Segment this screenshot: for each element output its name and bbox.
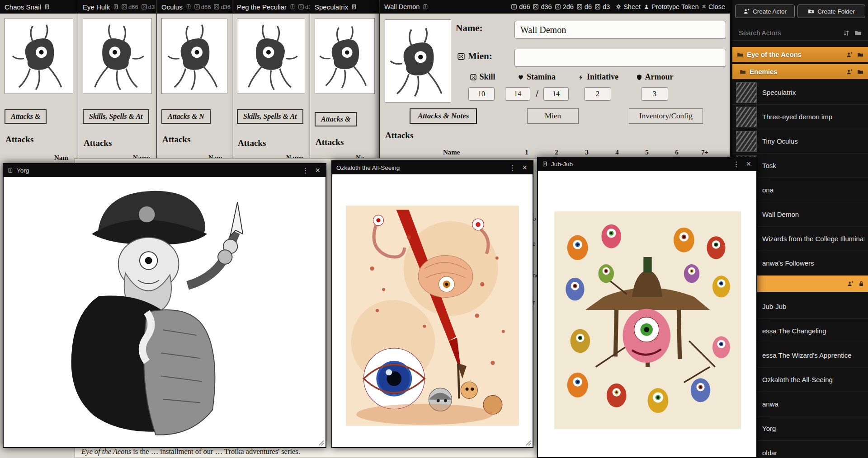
die-icon[interactable]	[458, 53, 465, 60]
sheet-doc-icon[interactable]	[113, 4, 118, 9]
shield-icon	[636, 74, 642, 80]
journal-text-line: Eye of the Aeons is the … installment of…	[81, 447, 300, 456]
create-folder-button[interactable]: Create Folder	[797, 5, 865, 18]
die-icon	[511, 4, 517, 9]
window-titlebar[interactable]: Eye Hulk d66 d3	[78, 0, 156, 14]
tab-skills-spells[interactable]: Skills, Spells & At	[237, 109, 303, 124]
user-plus-icon	[743, 8, 750, 14]
user-plus-icon[interactable]	[847, 280, 854, 287]
tab-attacks-notes[interactable]: Attacks & N	[161, 109, 211, 124]
resize-handle[interactable]	[525, 439, 531, 446]
actor-row-tiny-oculus[interactable]: Tiny Oculus	[732, 129, 868, 154]
roll-d3-button[interactable]: d3	[142, 4, 155, 10]
tab-attacks-notes[interactable]: Attacks &	[315, 112, 357, 126]
journal-title-emphasis: Eye of the Aeons	[81, 447, 131, 456]
window-titlebar[interactable]: Chaos Snail	[0, 0, 78, 14]
window-titlebar[interactable]: Wall Demon d66 d36 2d6 d6 d3 Sheet Proto…	[380, 0, 730, 14]
actor-portrait[interactable]	[83, 18, 152, 94]
window-titlebar[interactable]: Speculatrix	[310, 0, 379, 14]
window-title: Oculus	[161, 3, 183, 11]
close-icon[interactable]: ×	[314, 166, 321, 175]
tab-inventory-config[interactable]: Inventory/Config	[629, 108, 703, 124]
actor-portrait[interactable]	[385, 19, 451, 103]
stamina-max-input[interactable]: 14	[543, 87, 569, 101]
actor-portrait[interactable]	[161, 18, 227, 94]
attacks-heading: Attacks	[316, 137, 344, 147]
heart-icon	[518, 74, 524, 80]
window-titlebar[interactable]: Yorg ⋮ ×	[3, 164, 326, 177]
damage-column-1: 1	[520, 149, 533, 156]
folder-enemies[interactable]: Enemies	[732, 64, 868, 79]
close-icon[interactable]: ×	[521, 163, 528, 173]
ink-creature-art	[385, 20, 451, 102]
armour-stat-label: Armour	[630, 72, 679, 82]
sheet-config-button[interactable]: Sheet	[616, 3, 641, 10]
folder-open-icon	[740, 69, 746, 75]
roll-d36-button[interactable]: d36	[298, 4, 310, 10]
mien-input[interactable]	[514, 49, 726, 67]
user-icon	[644, 4, 649, 9]
sheet-doc-icon[interactable]	[186, 4, 191, 9]
create-actor-button[interactable]: Create Actor	[735, 5, 795, 18]
ink-creature-art	[162, 19, 227, 93]
roll-d36-button[interactable]: d36	[533, 3, 552, 10]
window-menu-icon[interactable]: ⋮	[507, 164, 517, 172]
actor-portrait[interactable]	[5, 18, 73, 94]
roll-d66-button[interactable]: d66	[122, 4, 138, 10]
damage-column-6: 6	[670, 149, 684, 156]
roll-d36-button[interactable]: d36	[214, 4, 231, 10]
create-subfolder-icon[interactable]	[857, 69, 863, 75]
sheet-doc-icon[interactable]	[351, 4, 357, 9]
actor-portrait[interactable]	[315, 18, 375, 94]
image-popout-body	[538, 171, 756, 457]
die-icon	[595, 4, 600, 9]
actor-portrait[interactable]	[237, 18, 305, 94]
sheet-doc-icon[interactable]	[44, 4, 50, 9]
create-actor-in-folder-icon[interactable]	[846, 51, 853, 58]
name-input[interactable]: Wall Demon	[514, 21, 726, 39]
tab-attacks-notes[interactable]: Attacks &	[5, 109, 47, 124]
stamina-stat-label: Stamina	[505, 72, 568, 82]
actor-row-speculatrix[interactable]: Speculatrix	[732, 80, 868, 105]
skill-input[interactable]: 10	[468, 87, 495, 101]
folder-eye-of-the-aeons[interactable]: Eye of the Aeons	[732, 47, 868, 62]
window-menu-icon[interactable]: ⋮	[731, 160, 741, 168]
armour-input[interactable]: 3	[641, 87, 668, 101]
tab-skills-spells[interactable]: Skills, Spells & At	[83, 109, 149, 124]
die-icon	[533, 4, 538, 9]
roll-2d6-button[interactable]: 2d6	[555, 3, 574, 10]
actor-row-three-eyed-demon-imp[interactable]: Three-eyed demon imp	[732, 105, 868, 129]
window-title: Yorg	[17, 167, 29, 174]
initiative-input[interactable]: 2	[584, 87, 611, 101]
app-root: Chaos Snail Attacks & Attacks Nam Eye Hu…	[0, 0, 868, 458]
sort-icon[interactable]	[843, 29, 850, 37]
roll-d66-button[interactable]: d66	[194, 4, 211, 10]
create-actor-in-folder-icon[interactable]	[846, 69, 853, 75]
lock-icon[interactable]	[858, 280, 864, 287]
collapse-folders-icon[interactable]	[854, 29, 862, 37]
sheet-doc-icon[interactable]	[423, 4, 428, 9]
window-titlebar[interactable]: Jub-Jub ⋮ ×	[538, 157, 757, 171]
actor-thumbnail	[736, 82, 757, 103]
close-window-button[interactable]: ×Close	[702, 3, 725, 10]
stamina-current-input[interactable]: 14	[505, 87, 530, 101]
resize-handle[interactable]	[318, 439, 324, 446]
window-titlebar[interactable]: Ozkaloth the All-Seeing ⋮ ×	[332, 161, 533, 174]
roll-d66-button[interactable]: d66	[511, 3, 530, 10]
roll-d6-button[interactable]: d6	[577, 3, 592, 10]
prototype-token-button[interactable]: Prototype Token	[644, 3, 699, 10]
window-menu-icon[interactable]: ⋮	[300, 166, 310, 175]
tab-mien[interactable]: Mien	[527, 108, 579, 124]
create-subfolder-icon[interactable]	[857, 51, 863, 58]
sheet-doc-icon[interactable]	[290, 4, 295, 9]
search-input[interactable]	[739, 29, 838, 37]
tab-attacks-notes[interactable]: Attacks & Notes	[410, 108, 477, 124]
window-titlebar[interactable]: Peg the Peculiar d36	[232, 0, 310, 14]
folder-plus-icon	[808, 8, 814, 14]
stamina-separator: /	[533, 89, 542, 99]
close-icon[interactable]: ×	[745, 159, 752, 169]
image-popout-yorg: Yorg ⋮ ×	[3, 163, 326, 448]
skill-stat-label: Skill	[462, 72, 504, 82]
window-titlebar[interactable]: Oculus d66 d36	[157, 0, 232, 14]
roll-d3-button[interactable]: d3	[595, 3, 610, 10]
